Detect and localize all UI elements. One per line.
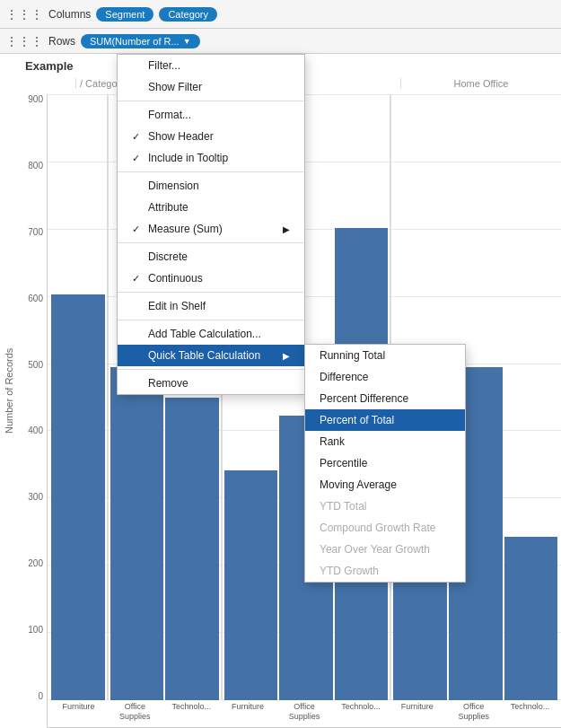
quick-calc-submenu: Running Total Difference Percent Differe… <box>304 344 466 583</box>
y-tick-200: 200 <box>18 558 43 568</box>
x-label-3: Technolo... <box>171 702 211 712</box>
measure-submenu-arrow: ▶ <box>283 224 290 234</box>
columns-label: Columns <box>48 8 91 21</box>
quick-calc-submenu-arrow: ▶ <box>283 351 290 361</box>
submenu-percent-diff[interactable]: Percent Difference <box>305 388 465 409</box>
x-label-group-9: Technolo... <box>503 700 557 727</box>
bar-9[interactable] <box>504 537 558 700</box>
x-label-9: Technolo... <box>511 702 550 712</box>
rows-bar: ⋮⋮⋮ Rows SUM(Number of R... ▼ <box>0 29 561 54</box>
x-label-group-3: Technolo... <box>164 700 219 727</box>
rows-drag-icon: ⋮⋮⋮ <box>5 34 43 48</box>
menu-divider-1 <box>118 101 304 101</box>
menu-item-quick-table-calc[interactable]: Quick Table Calculation ▶ <box>118 345 304 366</box>
main-container: ⋮⋮⋮ Columns Segment Category ⋮⋮⋮ Rows SU… <box>0 0 561 728</box>
x-label-5: OfficeSupplies <box>289 702 320 722</box>
rows-label: Rows <box>48 35 75 48</box>
submenu-compound-growth: Compound Growth Rate <box>305 517 465 539</box>
submenu-rank[interactable]: Rank <box>305 431 465 452</box>
columns-drag-icon: ⋮⋮⋮ <box>5 7 43 22</box>
submenu-ytd-growth: YTD Growth <box>305 560 465 582</box>
bar-3[interactable] <box>165 398 219 701</box>
menu-item-continuous[interactable]: ✓ Continuous <box>118 268 304 289</box>
menu-item-row-quick-calc: Quick Table Calculation ▶ Running Total … <box>118 345 304 366</box>
menu-item-include-tooltip[interactable]: ✓ Include in Tooltip <box>118 147 304 169</box>
menu-item-format[interactable]: Format... <box>118 104 304 126</box>
menu-divider-3 <box>118 242 304 243</box>
x-label-4: Furniture <box>232 702 264 712</box>
menu-item-dimension[interactable]: Dimension <box>118 175 304 197</box>
x-label-group-6: Technolo... <box>333 700 388 727</box>
category-pill[interactable]: Category <box>159 7 217 22</box>
menu-item-show-header[interactable]: ✓ Show Header <box>118 126 304 147</box>
segment-pill[interactable]: Segment <box>96 7 153 22</box>
menu-divider-2 <box>118 171 304 172</box>
x-label-7: Furniture <box>401 702 434 712</box>
y-tick-100: 100 <box>18 625 43 635</box>
menu-item-add-table-calc[interactable]: Add Table Calculation... <box>118 323 304 345</box>
menu-item-show-filter[interactable]: Show Filter <box>118 76 304 98</box>
x-labels: Furniture OfficeSupplies Technolo... Fur… <box>48 700 561 727</box>
context-menu: Filter... Show Filter Format... ✓ Show H… <box>117 54 305 395</box>
sum-pill[interactable]: SUM(Number of R... ▼ <box>81 34 200 48</box>
y-tick-400: 400 <box>18 425 43 435</box>
bar-4[interactable] <box>224 470 278 701</box>
columns-toolbar: ⋮⋮⋮ Columns Segment Category <box>0 0 561 29</box>
x-label-group-8: OfficeSupplies <box>446 700 501 727</box>
menu-item-filter[interactable]: Filter... <box>118 55 304 76</box>
x-label-8: OfficeSupplies <box>458 702 489 722</box>
y-ticks: 900 800 700 600 500 400 300 200 100 0 <box>18 94 47 728</box>
y-tick-0: 0 <box>18 691 43 701</box>
y-tick-900: 900 <box>18 94 43 104</box>
x-label-group-2: OfficeSupplies <box>108 700 162 727</box>
y-tick-300: 300 <box>18 492 43 502</box>
bar-2[interactable] <box>110 367 164 700</box>
y-tick-700: 700 <box>18 227 43 237</box>
y-tick-800: 800 <box>18 161 43 171</box>
y-axis-label: Number of Records <box>0 54 18 728</box>
submenu-difference[interactable]: Difference <box>305 366 465 388</box>
x-label-group-5: OfficeSupplies <box>277 700 332 727</box>
menu-item-edit-shelf[interactable]: Edit in Shelf <box>118 295 304 317</box>
x-label-group-1: Furniture <box>51 700 106 727</box>
submenu-percent-total[interactable]: Percent of Total <box>305 409 465 431</box>
y-tick-600: 600 <box>18 294 43 303</box>
menu-divider-5 <box>118 320 304 320</box>
y-tick-500: 500 <box>18 360 43 370</box>
sum-pill-arrow: ▼ <box>183 37 191 46</box>
x-label-6: Technolo... <box>341 702 381 712</box>
menu-item-discrete[interactable]: Discrete <box>118 246 304 268</box>
x-label-1: Furniture <box>62 702 94 712</box>
menu-item-attribute[interactable]: Attribute <box>118 197 304 218</box>
submenu-year-over-year: Year Over Year Growth <box>305 539 465 560</box>
sum-pill-label: SUM(Number of R... <box>90 36 180 47</box>
x-label-group-7: Furniture <box>390 700 444 727</box>
submenu-percentile[interactable]: Percentile <box>305 452 465 474</box>
x-label-2: OfficeSupplies <box>119 702 151 722</box>
submenu-moving-avg[interactable]: Moving Average <box>305 474 465 496</box>
menu-item-measure[interactable]: ✓ Measure (Sum) ▶ <box>118 218 304 240</box>
submenu-ytd-total: YTD Total <box>305 496 465 517</box>
x-label-group-4: Furniture <box>221 700 276 727</box>
menu-item-remove[interactable]: Remove <box>118 373 304 394</box>
bar-1[interactable] <box>51 294 105 700</box>
menu-divider-6 <box>118 369 304 370</box>
submenu-running-total[interactable]: Running Total <box>305 345 465 366</box>
menu-divider-4 <box>118 292 304 293</box>
